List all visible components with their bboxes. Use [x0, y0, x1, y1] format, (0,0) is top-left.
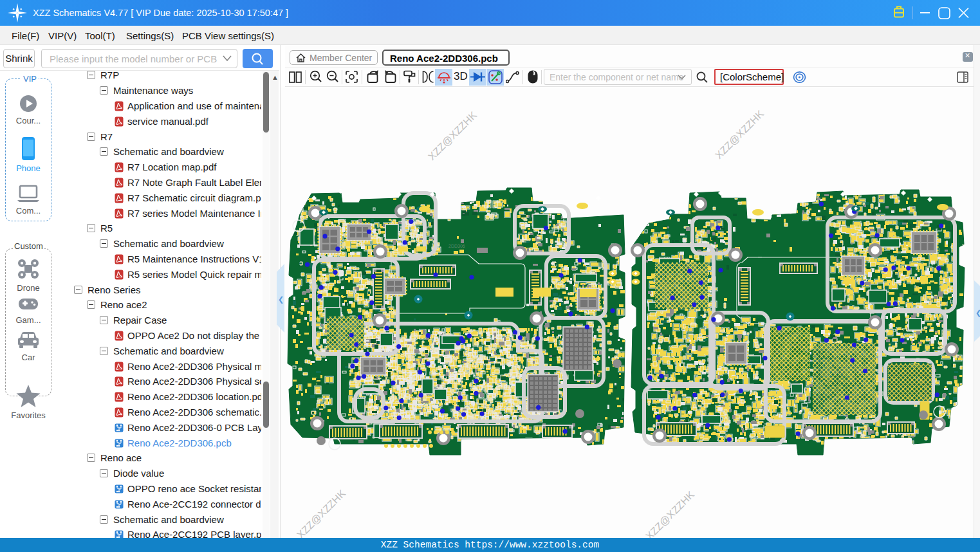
svg-text:XZZ@XZZHK: XZZ@XZZHK: [295, 488, 347, 538]
svg-text:XZZ@XZZHK: XZZ@XZZHK: [426, 109, 479, 162]
svg-text:XZZ@XZZHK: XZZ@XZZHK: [713, 108, 766, 161]
svg-text:2DD306: 2DD306: [448, 244, 465, 248]
svg-text:XZZ@XZZHK: XZZ@XZZHK: [643, 489, 696, 538]
